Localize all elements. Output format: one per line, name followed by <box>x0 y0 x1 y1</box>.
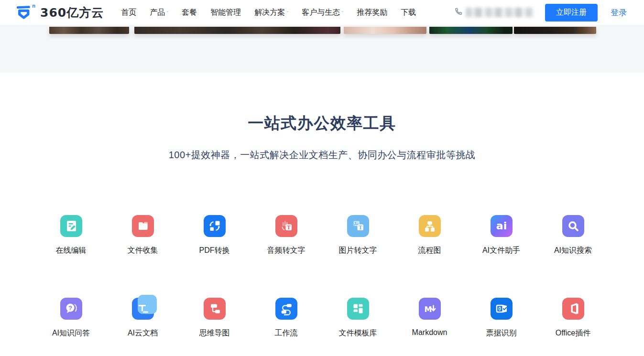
nav-item-label: 套餐 <box>182 8 197 18</box>
contact-phone <box>454 7 534 18</box>
phone-icon <box>454 7 463 18</box>
main-nav: 首页 产品 ˇ 套餐 智能管理 解决方案 ˇ 客户与生态 ˇ 推荐奖励 下载 <box>121 8 416 18</box>
tool-icon-tile[interactable] <box>60 215 82 237</box>
tool-item[interactable]: 思维导图 <box>179 298 251 338</box>
workflow-icon <box>275 298 297 320</box>
tool-icon-tile[interactable]: ai <box>491 215 513 237</box>
tool-item[interactable]: AI云文档 <box>107 298 179 338</box>
markdown-icon: M <box>419 298 441 320</box>
svg-text:M: M <box>424 305 432 314</box>
tool-label: 文件收集 <box>128 246 158 256</box>
tool-label: AI知识问答 <box>52 328 90 338</box>
flowchart-icon <box>419 215 441 237</box>
tool-icon-tile[interactable] <box>132 298 154 320</box>
tool-item[interactable]: M Markdown <box>394 298 466 338</box>
tool-item[interactable]: PDF转换 <box>179 215 251 256</box>
carousel-image-bottom[interactable] <box>344 27 426 34</box>
tool-item[interactable]: T 图片转文字 <box>322 215 394 256</box>
svg-text:0: 0 <box>498 306 501 312</box>
tool-icon-tile[interactable]: M <box>419 298 441 320</box>
tool-icon-tile[interactable]: ? <box>60 298 82 320</box>
nav-item[interactable]: 客户与生态 ˇ <box>302 8 343 18</box>
header-actions: 立即注册 登录 <box>454 4 627 22</box>
tool-icon-tile[interactable] <box>562 298 584 320</box>
login-link[interactable]: 登录 <box>611 7 627 18</box>
ai-search-icon <box>562 215 584 237</box>
tool-icon-tile[interactable] <box>419 215 441 237</box>
tool-item[interactable]: 在线编辑 <box>35 215 107 256</box>
chevron-down-icon: ˇ <box>286 11 289 15</box>
tool-icon-tile[interactable] <box>204 215 226 237</box>
tool-item[interactable]: 工作流 <box>251 298 322 338</box>
nav-item-label: 下载 <box>401 8 416 18</box>
brand-logo[interactable]: n 360亿方云 <box>16 3 104 22</box>
tool-item[interactable]: T 音频转文字 <box>251 215 322 256</box>
tool-item[interactable]: 0 票据识别 <box>466 298 537 338</box>
tool-item[interactable]: Office插件 <box>537 298 609 338</box>
svg-text:T: T <box>358 225 362 230</box>
brand-logo-icon: n <box>16 3 36 22</box>
tool-label: 票据识别 <box>486 328 517 338</box>
image-to-text-icon: T <box>347 215 369 237</box>
tool-label: Markdown <box>412 328 448 337</box>
carousel-strip <box>0 25 644 73</box>
tool-icon-tile[interactable] <box>204 298 226 320</box>
svg-text:?: ? <box>68 304 72 312</box>
tool-label: 图片转文字 <box>339 246 377 256</box>
tool-icon-tile[interactable] <box>562 215 584 237</box>
nav-item[interactable]: 套餐 <box>182 8 197 18</box>
svg-text:ai: ai <box>496 220 506 232</box>
template-library-icon <box>347 298 369 320</box>
carousel-image-bottom[interactable] <box>49 27 129 34</box>
nav-item[interactable]: 推荐奖励 <box>357 8 387 18</box>
tool-item[interactable]: ai AI文件助手 <box>466 215 537 256</box>
tool-item[interactable]: ? AI知识问答 <box>35 298 107 338</box>
carousel-image-bottom[interactable] <box>429 27 513 34</box>
tool-label: AI知识搜索 <box>554 246 592 256</box>
cloud-doc-icon <box>132 298 154 320</box>
tool-label: AI云文档 <box>128 328 158 338</box>
nav-item[interactable]: 智能管理 <box>210 8 241 18</box>
tools-grid: 在线编辑 文件收集 PDF转换 T 音频转文字 T 图片转文字 流程图 ai A… <box>35 215 609 338</box>
chevron-down-icon: ˇ <box>341 11 344 15</box>
tool-label: 思维导图 <box>199 328 230 338</box>
tool-icon-tile[interactable]: T <box>275 215 297 237</box>
tool-item[interactable]: 文件模板库 <box>322 298 394 338</box>
tool-item[interactable]: 文件收集 <box>107 215 179 256</box>
tool-label: PDF转换 <box>199 246 230 256</box>
section-subtitle: 100+提效神器，一站式解决企业文档生产、协同办公与流程审批等挑战 <box>0 149 644 162</box>
file-collect-icon <box>132 215 154 237</box>
tool-label: 流程图 <box>418 246 441 256</box>
ai-file-assistant-icon: ai <box>491 215 513 237</box>
receipt-ocr-icon: 0 <box>491 298 513 320</box>
brand-superscript: n <box>32 3 35 9</box>
tool-icon-tile[interactable]: T <box>347 215 369 237</box>
tool-label: 文件模板库 <box>339 328 377 338</box>
carousel-image-bottom[interactable] <box>514 27 596 34</box>
tool-item[interactable]: 流程图 <box>394 215 466 256</box>
phone-number-redacted <box>466 8 534 17</box>
carousel-image-bottom[interactable] <box>134 27 340 34</box>
nav-item[interactable]: 首页 <box>121 8 136 18</box>
nav-item-label: 解决方案 <box>254 8 285 18</box>
tools-section: 一站式办公效率工具 100+提效神器，一站式解决企业文档生产、协同办公与流程审批… <box>0 73 644 338</box>
top-navbar: n 360亿方云 首页 产品 ˇ 套餐 智能管理 解决方案 ˇ 客户与生态 ˇ … <box>0 0 644 25</box>
nav-item[interactable]: 下载 <box>401 8 416 18</box>
office-plugin-icon <box>562 298 584 320</box>
tool-icon-tile[interactable] <box>132 215 154 237</box>
online-edit-icon <box>60 215 82 237</box>
nav-item[interactable]: 产品 ˇ <box>150 8 168 18</box>
nav-item[interactable]: 解决方案 ˇ <box>254 8 288 18</box>
tool-icon-tile[interactable]: 0 <box>491 298 513 320</box>
chevron-down-icon: ˇ <box>166 11 169 15</box>
nav-item-label: 产品 <box>150 8 165 18</box>
register-button[interactable]: 立即注册 <box>545 4 598 22</box>
tool-item[interactable]: AI知识搜索 <box>537 215 609 256</box>
tool-icon-tile[interactable] <box>275 298 297 320</box>
tool-icon-tile[interactable] <box>347 298 369 320</box>
nav-item-label: 推荐奖励 <box>357 8 387 18</box>
audio-to-text-icon: T <box>275 215 297 237</box>
nav-item-label: 客户与生态 <box>302 8 340 18</box>
tool-label: 音频转文字 <box>267 246 306 256</box>
nav-item-label: 首页 <box>121 8 136 18</box>
